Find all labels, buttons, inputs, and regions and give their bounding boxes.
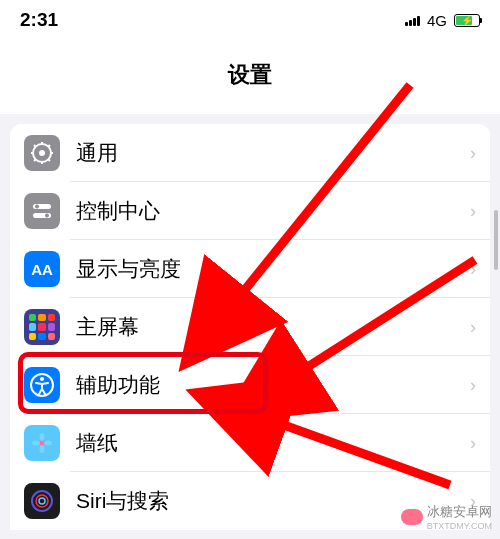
settings-item-wallpaper[interactable]: 墙纸 › bbox=[10, 414, 490, 472]
settings-item-home-screen[interactable]: 主屏幕 › bbox=[10, 298, 490, 356]
scrollbar[interactable] bbox=[494, 210, 498, 270]
battery-icon: ⚡ bbox=[454, 14, 480, 27]
chevron-right-icon: › bbox=[470, 143, 476, 164]
status-indicators: 4G ⚡ bbox=[405, 12, 480, 29]
wallpaper-icon bbox=[24, 425, 60, 461]
status-bar: 2:31 4G ⚡ bbox=[0, 0, 500, 40]
item-label: 墙纸 bbox=[76, 429, 470, 457]
svg-line-6 bbox=[34, 145, 36, 147]
settings-item-display[interactable]: AA 显示与亮度 › bbox=[10, 240, 490, 298]
chevron-right-icon: › bbox=[470, 201, 476, 222]
svg-point-23 bbox=[39, 498, 45, 504]
svg-point-20 bbox=[44, 441, 52, 446]
svg-point-22 bbox=[36, 495, 48, 507]
settings-list: 通用 › 控制中心 › AA 显示与亮度 › 主屏幕 › 辅助功能 › bbox=[10, 124, 490, 530]
gear-icon bbox=[24, 135, 60, 171]
settings-item-accessibility[interactable]: 辅助功能 › bbox=[10, 356, 490, 414]
toggles-icon bbox=[24, 193, 60, 229]
svg-point-17 bbox=[40, 433, 45, 441]
svg-line-8 bbox=[34, 159, 36, 161]
accessibility-icon bbox=[24, 367, 60, 403]
watermark-logo-icon bbox=[401, 509, 423, 525]
watermark-text: 冰糖安卓网 bbox=[427, 503, 492, 521]
chevron-right-icon: › bbox=[470, 375, 476, 396]
chevron-right-icon: › bbox=[470, 433, 476, 454]
svg-point-21 bbox=[32, 491, 52, 511]
home-grid-icon bbox=[24, 309, 60, 345]
watermark: 冰糖安卓网 BTXTDMY.COM bbox=[401, 503, 492, 531]
status-time: 2:31 bbox=[20, 9, 58, 31]
item-label: 主屏幕 bbox=[76, 313, 470, 341]
svg-point-18 bbox=[40, 445, 45, 453]
svg-point-19 bbox=[32, 441, 40, 446]
signal-icon bbox=[405, 14, 420, 26]
svg-point-15 bbox=[40, 377, 44, 381]
svg-point-11 bbox=[35, 205, 39, 209]
svg-line-7 bbox=[48, 159, 50, 161]
network-label: 4G bbox=[427, 12, 447, 29]
settings-item-control-center[interactable]: 控制中心 › bbox=[10, 182, 490, 240]
settings-item-general[interactable]: 通用 › bbox=[10, 124, 490, 182]
chevron-right-icon: › bbox=[470, 259, 476, 280]
svg-point-1 bbox=[39, 150, 45, 156]
item-label: 显示与亮度 bbox=[76, 255, 470, 283]
chevron-right-icon: › bbox=[470, 317, 476, 338]
item-label: 控制中心 bbox=[76, 197, 470, 225]
siri-icon bbox=[24, 483, 60, 519]
svg-point-13 bbox=[45, 214, 49, 218]
svg-line-9 bbox=[48, 145, 50, 147]
watermark-url: BTXTDMY.COM bbox=[427, 521, 492, 531]
text-size-icon: AA bbox=[24, 251, 60, 287]
page-title: 设置 bbox=[0, 40, 500, 114]
item-label: 辅助功能 bbox=[76, 371, 470, 399]
item-label: 通用 bbox=[76, 139, 470, 167]
